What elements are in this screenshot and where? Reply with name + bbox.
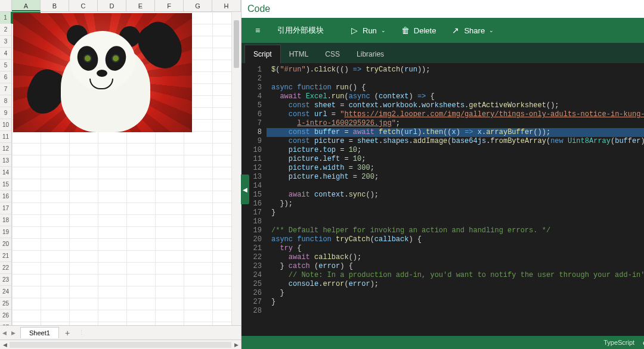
row-header[interactable]: 26 (0, 310, 12, 322)
inserted-image[interactable] (13, 13, 192, 132)
code-line[interactable]: } catch (error) { (267, 262, 644, 271)
code-line[interactable]: /** Default helper for invoking an actio… (267, 226, 644, 235)
code-line[interactable]: try { (267, 244, 644, 253)
row-header[interactable]: 9 (0, 107, 12, 119)
row-header[interactable]: 2 (0, 24, 12, 36)
code-line[interactable]: async function tryCatch(callback) { (267, 235, 644, 244)
module-name-text: 引用外部模块 (277, 25, 324, 36)
code-line[interactable]: const url = "https://img2.looper.com/img… (267, 110, 644, 119)
row-header[interactable]: 17 (0, 202, 12, 214)
sheet-tab-active[interactable]: Sheet1 (20, 327, 59, 338)
code-line[interactable]: const buffer = await fetch(url).then((x)… (267, 128, 644, 137)
row-header[interactable]: 16 (0, 191, 12, 202)
run-button[interactable]: ▷ Run ⌄ (344, 23, 391, 38)
editor-tab[interactable]: Libraries (348, 45, 392, 63)
code-line[interactable]: picture.top = 10; (267, 146, 644, 155)
code-line[interactable]: } (267, 208, 644, 217)
row-header[interactable]: 4 (0, 48, 12, 60)
row-header[interactable]: 25 (0, 298, 12, 310)
share-button[interactable]: ↗ Share ⌄ (445, 23, 499, 38)
code-line[interactable] (267, 74, 644, 83)
select-all-corner[interactable] (0, 0, 12, 11)
row-header[interactable]: 27 (0, 322, 12, 325)
row-header[interactable]: 6 (0, 71, 12, 83)
code-line[interactable]: await context.sync(); (267, 191, 644, 200)
row-header[interactable]: 14 (0, 167, 12, 179)
row-header[interactable]: 11 (0, 131, 12, 143)
row-header[interactable]: 5 (0, 60, 12, 71)
row-header[interactable]: 24 (0, 286, 12, 298)
delete-label: Delete (414, 26, 436, 35)
row-header[interactable]: 3 (0, 36, 12, 48)
code-line[interactable]: } (267, 298, 644, 307)
column-header[interactable]: B (41, 0, 69, 11)
column-header[interactable]: G (184, 0, 212, 11)
chevron-down-icon: ⌄ (381, 27, 386, 33)
play-icon: ▷ (349, 26, 360, 35)
row-header[interactable]: 8 (0, 95, 12, 107)
code-line[interactable]: } (267, 289, 644, 298)
code-editor[interactable]: 1234567891011121314151617181920212223242… (242, 63, 644, 336)
excel-spreadsheet: ABCDEFGH 1234567891011121314151617181920… (0, 0, 242, 349)
row-header[interactable]: 13 (0, 155, 12, 167)
code-pane-title: Code (247, 4, 270, 14)
hamburger-menu-button[interactable]: ≡ (247, 23, 268, 38)
pane-collapse-button[interactable]: ◀ (241, 174, 249, 204)
row-header[interactable]: 18 (0, 214, 12, 226)
row-header[interactable]: 22 (0, 262, 12, 274)
share-icon: ↗ (450, 26, 461, 35)
code-line[interactable]: const picture = sheet.shapes.addImage(ba… (267, 137, 644, 146)
code-line[interactable] (267, 217, 644, 226)
tab-nav-next-icon[interactable]: ▶ (9, 330, 18, 336)
code-line[interactable]: l-intro-1600295926.jpg"; (267, 119, 644, 128)
row-header[interactable]: 21 (0, 250, 12, 262)
run-label: Run (363, 26, 377, 35)
row-header[interactable]: 20 (0, 238, 12, 250)
cells-area[interactable] (12, 12, 241, 325)
code-line[interactable]: async function run() { (267, 83, 644, 92)
sheet-tab-bar: ◀ ▶ Sheet1 + ⋮ (0, 325, 241, 339)
editor-tab-bar: ScriptHTMLCSSLibraries (242, 43, 644, 63)
code-line[interactable] (267, 307, 644, 316)
horizontal-scrollbar[interactable]: ◀▶ (0, 339, 241, 349)
row-header[interactable]: 15 (0, 179, 12, 191)
column-header[interactable]: F (155, 0, 184, 11)
row-header[interactable]: 7 (0, 83, 12, 95)
editor-tab[interactable]: Script (244, 45, 281, 63)
editor-status-bar: TypeScript ◐ Dark ⚙ (242, 336, 644, 349)
code-line[interactable]: picture.left = 10; (267, 155, 644, 164)
code-content[interactable]: $("#run").click(() => tryCatch(run));asy… (267, 63, 644, 336)
tab-separator: ⋮ (78, 329, 85, 336)
column-header[interactable]: A (12, 0, 41, 11)
code-line[interactable]: $("#run").click(() => tryCatch(run)); (267, 66, 644, 74)
column-header[interactable]: C (69, 0, 98, 11)
editor-tab[interactable]: HTML (281, 45, 317, 63)
row-header[interactable]: 1 (0, 12, 12, 24)
code-line[interactable]: // Note: In a production add-in, you'd w… (267, 271, 644, 280)
column-header[interactable]: H (212, 0, 241, 11)
code-line[interactable]: }); (267, 200, 644, 208)
code-line[interactable]: const sheet = context.workbook.worksheet… (267, 101, 644, 110)
delete-button[interactable]: 🗑 Delete (395, 23, 441, 38)
tab-nav-prev-icon[interactable]: ◀ (0, 330, 9, 336)
code-line[interactable]: await Excel.run(async (context) => { (267, 92, 644, 101)
status-language[interactable]: TypeScript (603, 339, 634, 346)
add-sheet-button[interactable]: + (59, 328, 76, 338)
row-header[interactable]: 19 (0, 226, 12, 238)
row-header[interactable]: 10 (0, 119, 12, 131)
column-header[interactable]: E (126, 0, 155, 11)
code-line[interactable]: await callback(); (267, 253, 644, 262)
vertical-scrollbar[interactable] (231, 12, 241, 325)
column-header[interactable]: D (98, 0, 126, 11)
row-header[interactable]: 12 (0, 143, 12, 155)
code-line[interactable]: picture.height = 200; (267, 173, 644, 182)
module-name-label[interactable]: 引用外部模块 (273, 23, 329, 38)
code-line[interactable]: console.error(error); (267, 280, 644, 289)
code-addin-pane: ◀ Code ▾ ✕ ≡ 引用外部模块 ▷ Run ⌄ 🗑 Delete ↗ S… (242, 0, 644, 349)
code-line[interactable] (267, 182, 644, 191)
column-headers-row: ABCDEFGH (0, 0, 241, 12)
row-header[interactable]: 23 (0, 274, 12, 286)
row-headers: 1234567891011121314151617181920212223242… (0, 12, 12, 325)
editor-tab[interactable]: CSS (317, 45, 348, 63)
code-line[interactable]: picture.width = 300; (267, 164, 644, 173)
